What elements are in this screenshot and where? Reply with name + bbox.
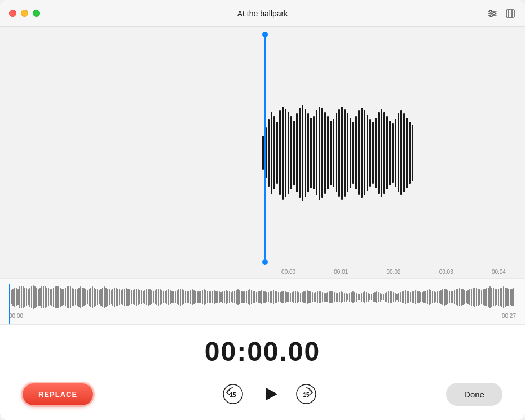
waveform-bars-detail xyxy=(0,79,413,226)
waveform-bar-mini xyxy=(393,292,394,302)
waveform-overview[interactable]: 00:00 00:27 xyxy=(0,278,525,325)
waveform-bar-mini xyxy=(481,290,482,304)
waveform-bar-mini xyxy=(364,291,365,303)
waveform-bar-detail xyxy=(327,116,329,189)
maximize-button[interactable] xyxy=(33,10,40,17)
minimize-button[interactable] xyxy=(21,10,28,17)
waveform-bar-mini xyxy=(51,289,52,306)
waveform-bar-mini xyxy=(495,289,496,306)
waveform-bar-mini xyxy=(198,291,200,303)
waveform-bar-mini xyxy=(346,293,347,302)
waveform-bar-mini xyxy=(83,288,85,307)
waveform-bar-mini xyxy=(434,291,435,303)
filter-icon[interactable] xyxy=(487,8,498,19)
waveform-bar-mini xyxy=(292,292,293,302)
replace-button[interactable]: REPLACE xyxy=(23,383,93,405)
waveform-bar-detail xyxy=(389,121,391,185)
waveform-bar-mini xyxy=(217,291,218,303)
waveform-bar-detail xyxy=(378,112,380,194)
waveform-bar-mini xyxy=(14,288,15,307)
waveform-bar-mini xyxy=(227,291,228,304)
waveform-bar-mini xyxy=(506,288,508,307)
waveform-bar-mini xyxy=(136,289,137,306)
waveform-bar-mini xyxy=(359,294,360,301)
waveform-bar-mini xyxy=(202,290,203,304)
waveform-bar-mini xyxy=(376,291,377,303)
waveform-bar-mini xyxy=(354,292,355,302)
waveform-bar-mini xyxy=(65,288,66,307)
waveform-bar-mini xyxy=(23,286,24,308)
waveform-bar-detail xyxy=(302,105,303,201)
waveform-bar-mini xyxy=(104,286,105,308)
timer-display: 00:00.00 xyxy=(0,325,525,376)
waveform-bar-mini xyxy=(67,286,68,308)
waveform-bar-mini xyxy=(70,286,71,308)
waveform-bar-mini xyxy=(95,289,96,306)
waveform-bar-mini xyxy=(60,288,61,307)
waveform-bar-mini xyxy=(290,293,291,302)
waveform-bar-mini xyxy=(249,289,250,305)
waveform-bar-mini xyxy=(461,289,462,306)
done-button[interactable]: Done xyxy=(446,383,502,406)
waveform-bar-mini xyxy=(231,292,232,302)
waveform-bar-mini xyxy=(34,286,36,308)
waveform-bar-mini xyxy=(493,288,494,307)
waveform-bar-detail xyxy=(400,110,402,195)
waveform-bar-mini xyxy=(163,291,164,304)
waveform-bar-mini xyxy=(412,291,413,303)
waveform-bar-mini xyxy=(148,289,149,306)
waveform-bar-mini xyxy=(263,291,264,304)
waveform-bar-mini xyxy=(324,293,325,302)
waveform-bar-detail xyxy=(381,109,382,197)
traffic-lights xyxy=(9,10,40,17)
waveform-bar-mini xyxy=(185,291,186,304)
waveform-bar-mini xyxy=(351,292,352,302)
waveform-bar-mini xyxy=(395,293,396,302)
waveform-bar-mini xyxy=(440,290,442,304)
waveform-bar-mini xyxy=(116,288,117,307)
waveform-bar-mini xyxy=(166,290,167,304)
waveform-bar-mini xyxy=(429,289,430,305)
waveform-bar-mini xyxy=(462,289,464,305)
waveform-bar-mini xyxy=(253,291,254,304)
waveform-bar-mini xyxy=(451,291,452,303)
waveform-bar-mini xyxy=(158,289,159,306)
close-button[interactable] xyxy=(9,10,16,17)
titlebar: At the ballpark xyxy=(0,0,525,27)
waveform-bar-mini xyxy=(486,288,487,307)
waveform-bar-mini xyxy=(378,292,379,302)
skip-forward-button[interactable]: 15 xyxy=(295,383,317,405)
waveform-detail[interactable]: 00:0000:0100:0200:0300:04 xyxy=(0,27,525,278)
waveform-bar-mini xyxy=(473,288,474,307)
waveform-bar-mini xyxy=(100,289,102,306)
waveform-bar-mini xyxy=(160,289,161,305)
playhead[interactable] xyxy=(262,27,268,278)
waveform-bar-detail xyxy=(290,116,292,189)
waveform-bar-mini xyxy=(505,288,506,307)
waveform-bar-detail xyxy=(358,110,360,195)
time-marker: 00:03 xyxy=(420,269,473,275)
waveform-bar-mini xyxy=(447,290,448,304)
waveform-bar-mini xyxy=(405,290,406,304)
waveform-bar-mini xyxy=(341,291,342,303)
play-button[interactable] xyxy=(257,382,282,406)
trim-icon[interactable] xyxy=(505,8,516,19)
waveform-bar-mini xyxy=(156,289,157,305)
waveform-bar-mini xyxy=(319,291,320,304)
waveform-bar-mini xyxy=(183,290,184,304)
waveform-bar-detail xyxy=(409,122,411,184)
controls-bar: REPLACE 15 xyxy=(0,376,525,420)
time-marker: 00:01 xyxy=(315,269,367,275)
skip-back-button[interactable]: 15 xyxy=(222,383,244,405)
waveform-bar-detail xyxy=(293,121,295,185)
waveform-bar-mini xyxy=(371,294,372,301)
waveform-bar-mini xyxy=(241,291,242,304)
waveform-bar-mini xyxy=(298,292,299,302)
overview-playhead xyxy=(9,284,10,324)
waveform-bar-mini xyxy=(478,289,479,306)
waveform-bar-mini xyxy=(239,290,240,304)
waveform-bar-mini xyxy=(358,294,359,301)
overview-start-time: 00:00 xyxy=(9,313,23,319)
waveform-bar-mini xyxy=(90,288,91,307)
waveform-bar-mini xyxy=(24,288,25,307)
